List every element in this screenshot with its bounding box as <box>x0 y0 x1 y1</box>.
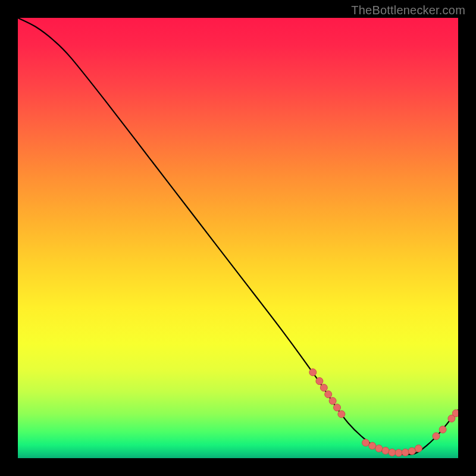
data-point <box>415 445 422 452</box>
plot-area <box>18 18 458 458</box>
data-markers <box>309 369 458 456</box>
data-point <box>369 442 376 449</box>
chart-svg <box>18 18 458 458</box>
data-point <box>362 439 369 446</box>
data-point <box>382 447 389 454</box>
data-point <box>433 433 440 440</box>
data-point <box>375 445 383 452</box>
data-point <box>329 397 336 405</box>
data-point <box>439 426 446 433</box>
data-point <box>334 404 341 411</box>
attribution-label: TheBottlenecker.com <box>351 4 465 17</box>
data-point <box>408 447 415 455</box>
data-point <box>338 411 345 418</box>
data-point <box>325 391 332 398</box>
data-point <box>402 449 409 456</box>
data-point <box>316 378 323 385</box>
data-point <box>320 384 327 392</box>
data-point <box>452 410 458 417</box>
data-point <box>395 449 402 456</box>
data-point <box>389 449 396 456</box>
data-point <box>309 369 317 376</box>
bottleneck-curve <box>18 18 458 455</box>
chart-frame: TheBottlenecker.com <box>0 0 476 476</box>
